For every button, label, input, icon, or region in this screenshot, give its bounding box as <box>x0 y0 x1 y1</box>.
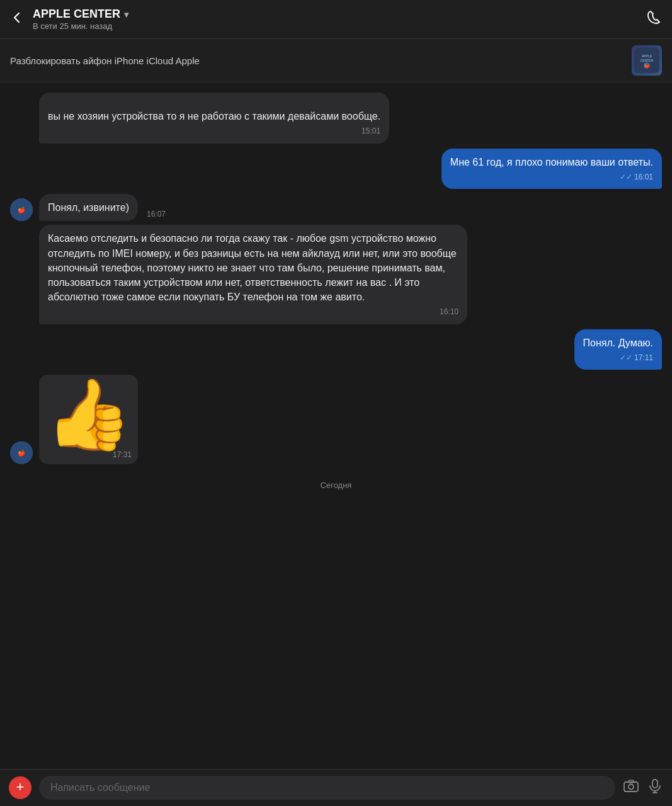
input-bar: + Написать сообщение <box>0 769 672 806</box>
check-marks: ✓✓ <box>620 353 632 362</box>
message-text: Понял, извините) <box>48 202 129 213</box>
microphone-button[interactable] <box>647 778 663 798</box>
bubble-time-row: Понял, извините) 16:07 <box>39 194 166 221</box>
message-bubble: Мне 61 год, я плохо понимаю ваши ответы.… <box>441 149 662 190</box>
check-marks: ✓✓ <box>620 173 632 181</box>
avatar-spacer <box>10 121 33 144</box>
chat-header: APPLE CENTER ▾ В сети 25 мин. назад <box>0 0 672 39</box>
message-row: вы не хозяин устройства то я не работаю … <box>10 93 662 144</box>
message-bubble: Касаемо отследить и безопасно ли тогда с… <box>39 225 467 324</box>
message-bubble: Понял, извините) <box>39 194 138 221</box>
message-input[interactable]: Написать сообщение <box>39 776 615 800</box>
incoming-group: 🍎 Понял, извините) 16:07 Касаемо отследи… <box>10 194 662 324</box>
channel-title: Разблокировать айфон iPhone iCloud Apple <box>10 55 624 66</box>
contact-status: В сети 25 мин. назад <box>33 21 646 31</box>
message-row: Касаемо отследить и безопасно ли тогда с… <box>10 225 662 324</box>
channel-avatar-image: APPLE CENTER 🍎 <box>632 45 662 76</box>
sticker-container: 👍 17:31 <box>39 375 138 464</box>
svg-text:CENTER: CENTER <box>641 59 654 62</box>
message-time: ✓✓ 16:01 <box>450 172 653 183</box>
sticker-emoji: 👍 <box>45 380 132 449</box>
message-bubble-container: вы не хозяин устройства то я не работаю … <box>39 93 389 144</box>
avatar: 🍎 <box>10 198 33 221</box>
contact-info: APPLE CENTER ▾ В сети 25 мин. назад <box>33 8 646 31</box>
message-time: 16:07 <box>147 210 166 219</box>
svg-rect-11 <box>629 780 634 783</box>
message-time: ✓✓ 17:11 <box>583 353 653 363</box>
message-text: Касаемо отследить и безопасно ли тогда с… <box>48 231 458 304</box>
svg-text:🍎: 🍎 <box>644 63 650 69</box>
avatar: 🍎 <box>10 441 33 464</box>
svg-rect-9 <box>624 782 638 792</box>
back-button[interactable] <box>10 11 24 28</box>
channel-avatar: APPLE CENTER 🍎 <box>632 45 662 76</box>
date-divider: Сегодня <box>10 479 662 491</box>
message-row: Мне 61 год, я плохо понимаю ваши ответы.… <box>10 149 662 190</box>
input-placeholder: Написать сообщение <box>50 782 150 793</box>
channel-bar: Разблокировать айфон iPhone iCloud Apple… <box>0 39 672 82</box>
svg-text:APPLE: APPLE <box>642 54 652 58</box>
date-divider-text: Сегодня <box>313 479 360 491</box>
svg-rect-12 <box>652 780 658 788</box>
svg-text:🍎: 🍎 <box>18 206 26 214</box>
camera-button[interactable] <box>623 778 639 798</box>
message-time: 16:10 <box>48 307 458 317</box>
chevron-down-icon: ▾ <box>124 9 128 20</box>
svg-point-10 <box>629 785 634 790</box>
message-text: Мне 61 год, я плохо понимаю ваши ответы. <box>450 155 653 169</box>
sticker-bubble: 👍 17:31 <box>39 375 138 464</box>
add-attachment-button[interactable]: + <box>9 776 31 799</box>
message-row: 🍎 Понял, извините) 16:07 <box>10 194 662 221</box>
message-text: Понял. Думаю. <box>583 336 653 350</box>
message-time: 15:01 <box>48 126 380 137</box>
chat-messages: вы не хозяин устройства то я не работаю … <box>0 82 672 552</box>
fade-overlay <box>39 93 389 115</box>
message-bubble: Понял. Думаю. ✓✓ 17:11 <box>574 329 662 370</box>
contact-name: APPLE CENTER ▾ <box>33 8 646 21</box>
avatar-spacer <box>10 302 33 324</box>
plus-icon: + <box>16 780 25 794</box>
phone-call-button[interactable] <box>646 9 662 30</box>
svg-text:🍎: 🍎 <box>18 449 26 457</box>
message-row: Понял. Думаю. ✓✓ 17:11 <box>10 329 662 370</box>
message-row: 🍎 👍 17:31 <box>10 375 662 464</box>
